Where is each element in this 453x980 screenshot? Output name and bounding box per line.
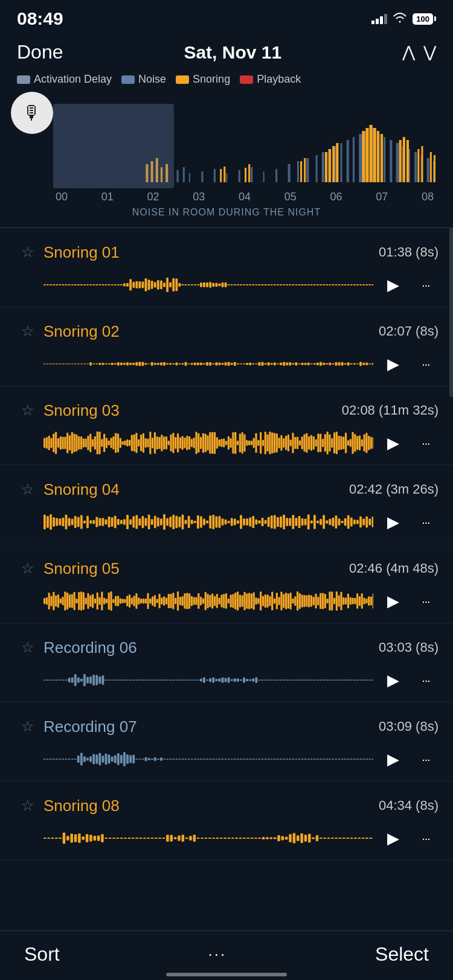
svg-rect-311 <box>115 433 117 453</box>
play-button-6[interactable]: ▶ <box>381 667 406 693</box>
svg-rect-178 <box>65 364 68 364</box>
svg-rect-163 <box>353 284 356 285</box>
play-button-3[interactable]: ▶ <box>381 430 406 456</box>
play-button-8[interactable]: ▶ <box>381 826 406 851</box>
svg-rect-637 <box>280 591 282 610</box>
recording-header-3: ☆ Snoring 03 02:08 (11m 32s) <box>14 397 439 424</box>
svg-rect-861 <box>265 759 267 760</box>
svg-rect-126 <box>240 284 242 285</box>
svg-rect-121 <box>225 282 227 287</box>
star-button-6[interactable]: ☆ <box>14 634 41 661</box>
svg-rect-307 <box>106 438 108 448</box>
more-button-6[interactable]: ··· <box>413 667 439 693</box>
star-button-3[interactable]: ☆ <box>14 397 41 424</box>
svg-rect-852 <box>237 759 239 760</box>
svg-rect-2 <box>189 173 190 182</box>
svg-rect-100 <box>160 281 162 289</box>
svg-rect-471 <box>185 520 187 524</box>
svg-rect-333 <box>165 436 167 449</box>
svg-rect-809 <box>105 754 108 765</box>
sort-button[interactable]: Sort <box>24 943 60 966</box>
svg-rect-509 <box>301 518 304 526</box>
waveform-7 <box>43 746 373 772</box>
svg-rect-750 <box>259 679 261 681</box>
svg-rect-429 <box>56 518 58 526</box>
svg-rect-165 <box>359 284 362 285</box>
select-button[interactable]: Select <box>375 943 429 966</box>
svg-rect-665 <box>345 597 347 604</box>
svg-rect-843 <box>209 759 211 760</box>
svg-rect-152 <box>320 284 322 285</box>
next-arrow-icon[interactable]: ⋁ <box>423 43 436 62</box>
svg-rect-549 <box>78 592 80 610</box>
svg-rect-105 <box>175 278 178 291</box>
more-button-5[interactable]: ··· <box>413 588 439 614</box>
svg-rect-938 <box>197 838 199 839</box>
svg-rect-141 <box>286 284 288 285</box>
play-button-5[interactable]: ▶ <box>381 588 406 614</box>
more-button-4[interactable]: ··· <box>413 509 439 535</box>
star-button-2[interactable]: ☆ <box>14 318 41 345</box>
svg-rect-12 <box>306 158 309 182</box>
svg-rect-52 <box>377 131 379 182</box>
svg-rect-771 <box>323 679 325 681</box>
recording-item-3: ☆ Snoring 03 02:08 (11m 32s) ▶ ··· <box>0 386 453 465</box>
svg-rect-853 <box>240 759 242 760</box>
more-button-2[interactable]: ··· <box>413 351 439 377</box>
svg-rect-625 <box>253 593 255 610</box>
legend-activation-delay-color <box>17 75 30 84</box>
header-title: Sat, Nov 11 <box>184 42 281 63</box>
more-button-7[interactable]: ··· <box>413 746 439 772</box>
svg-rect-291 <box>69 435 71 450</box>
svg-rect-622 <box>246 593 248 609</box>
play-button-4[interactable]: ▶ <box>381 509 406 535</box>
more-options-button[interactable]: ··· <box>208 945 227 964</box>
svg-rect-397 <box>313 436 315 450</box>
more-button-3[interactable]: ··· <box>413 430 439 456</box>
svg-rect-339 <box>179 438 181 449</box>
star-button-7[interactable]: ☆ <box>14 713 41 740</box>
more-button-1[interactable]: ··· <box>413 272 439 298</box>
svg-rect-653 <box>317 597 319 605</box>
svg-rect-129 <box>249 284 251 285</box>
recording-name-3: Snoring 03 <box>43 401 120 420</box>
svg-rect-976 <box>342 838 345 839</box>
svg-rect-382 <box>278 438 280 448</box>
play-button-7[interactable]: ▶ <box>381 746 406 772</box>
svg-rect-697 <box>95 675 98 685</box>
status-bar: 08:49 100 <box>0 0 453 35</box>
svg-rect-344 <box>191 439 193 447</box>
svg-rect-13 <box>316 155 318 182</box>
done-button[interactable]: Done <box>17 41 63 63</box>
svg-rect-297 <box>83 439 85 448</box>
svg-rect-565 <box>115 596 117 606</box>
svg-rect-114 <box>203 282 205 287</box>
svg-rect-908 <box>82 836 84 840</box>
svg-rect-614 <box>228 599 230 603</box>
prev-arrow-icon[interactable]: ⋀ <box>402 43 415 62</box>
svg-rect-366 <box>242 432 243 453</box>
svg-rect-99 <box>157 280 159 289</box>
svg-rect-136 <box>271 284 273 285</box>
play-button-1[interactable]: ▶ <box>381 272 406 298</box>
svg-rect-661 <box>336 591 338 611</box>
star-button-1[interactable]: ☆ <box>14 239 41 266</box>
svg-rect-816 <box>126 754 129 763</box>
star-button-4[interactable]: ☆ <box>14 476 41 503</box>
star-button-8[interactable]: ☆ <box>14 792 41 819</box>
svg-rect-619 <box>239 594 241 607</box>
svg-rect-9 <box>275 169 277 182</box>
svg-rect-346 <box>195 431 197 454</box>
mic-button[interactable]: 🎙 <box>11 92 53 134</box>
svg-rect-151 <box>316 284 319 285</box>
svg-rect-355 <box>216 438 218 449</box>
svg-rect-414 <box>352 432 353 454</box>
svg-rect-924 <box>143 838 146 839</box>
recordings-list: ☆ Snoring 01 01:38 (8s) ▶ ··· ☆ Snoring … <box>0 228 453 921</box>
play-button-2[interactable]: ▶ <box>381 351 406 377</box>
more-button-8[interactable]: ··· <box>413 826 439 851</box>
svg-rect-443 <box>98 518 101 526</box>
svg-rect-477 <box>203 519 205 526</box>
star-button-5[interactable]: ☆ <box>14 555 41 582</box>
svg-rect-347 <box>198 433 199 453</box>
